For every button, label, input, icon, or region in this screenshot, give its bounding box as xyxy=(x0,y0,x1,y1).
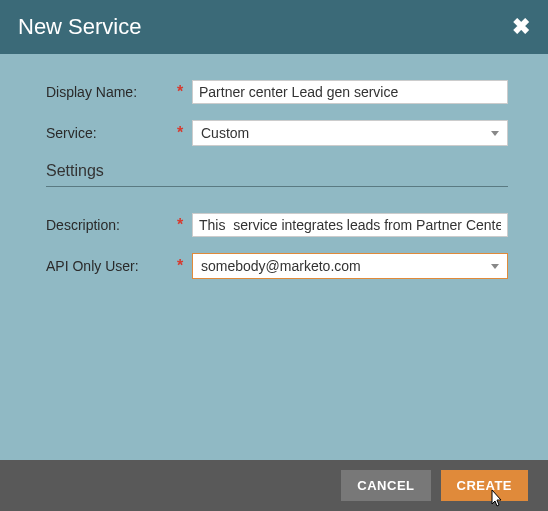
new-service-dialog: New Service ✖ Display Name: * Service: *… xyxy=(0,0,548,511)
required-marker: * xyxy=(172,257,188,275)
required-marker: * xyxy=(172,124,188,142)
dialog-footer: CANCEL CREATE xyxy=(0,460,548,511)
row-api-only-user: API Only User: * somebody@marketo.com xyxy=(46,253,508,279)
row-service: Service: * Custom xyxy=(46,120,508,146)
chevron-down-icon xyxy=(491,131,499,136)
label-api-only-user: API Only User: xyxy=(46,258,172,274)
dialog-header: New Service ✖ xyxy=(0,0,548,54)
chevron-down-icon xyxy=(491,264,499,269)
service-select[interactable]: Custom xyxy=(192,120,508,146)
close-icon[interactable]: ✖ xyxy=(512,16,530,38)
label-description: Description: xyxy=(46,217,172,233)
required-marker: * xyxy=(172,83,188,101)
service-select-value: Custom xyxy=(201,125,249,141)
label-display-name: Display Name: xyxy=(46,84,172,100)
display-name-input[interactable] xyxy=(192,80,508,104)
section-divider xyxy=(46,186,508,187)
row-description: Description: * xyxy=(46,213,508,237)
description-input[interactable] xyxy=(192,213,508,237)
settings-heading: Settings xyxy=(46,162,508,180)
row-display-name: Display Name: * xyxy=(46,80,508,104)
api-only-user-select[interactable]: somebody@marketo.com xyxy=(192,253,508,279)
create-button[interactable]: CREATE xyxy=(441,470,528,501)
api-only-user-select-value: somebody@marketo.com xyxy=(201,258,361,274)
required-marker: * xyxy=(172,216,188,234)
cancel-button[interactable]: CANCEL xyxy=(341,470,430,501)
label-service: Service: xyxy=(46,125,172,141)
dialog-title: New Service xyxy=(18,14,141,40)
dialog-body: Display Name: * Service: * Custom Settin… xyxy=(0,54,548,460)
